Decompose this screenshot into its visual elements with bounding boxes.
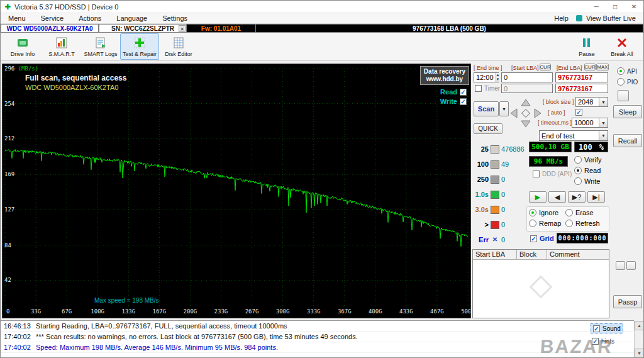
col-start-lba[interactable]: Start LBA	[473, 250, 517, 259]
end-lba-cur-button[interactable]: CUR	[584, 64, 596, 70]
block-size-select[interactable]: 2048 ▼	[575, 97, 608, 107]
end-lba-label: [End LBA]	[557, 65, 582, 71]
log-text: *** Scan results: no warnings, no errors…	[36, 333, 358, 340]
timer-checkbox[interactable]	[475, 85, 482, 92]
end-of-test-select[interactable]: End of test ▼	[539, 130, 608, 141]
histogram-label: >	[474, 221, 489, 228]
menu-item-settings[interactable]: Settings	[155, 13, 195, 23]
end-time-stepper[interactable]: 12:00 ▲▼	[474, 72, 499, 82]
sound-checkbox[interactable]	[593, 325, 600, 332]
legend-write-checkbox[interactable]	[460, 98, 467, 105]
pio-radio[interactable]	[617, 78, 625, 86]
recall-button[interactable]: Recall	[613, 134, 642, 147]
passp-button[interactable]: Passp	[613, 295, 642, 308]
menu-item-service[interactable]: Service	[33, 13, 72, 23]
refresh-radio[interactable]	[565, 220, 573, 227]
sound-option[interactable]: Sound	[591, 323, 623, 333]
sleep-button[interactable]: Sleep	[613, 105, 642, 118]
mode-read-option[interactable]: Read	[574, 167, 601, 174]
minimize-icon[interactable]: ─	[587, 1, 606, 13]
auto-checkbox[interactable]	[575, 109, 582, 116]
action-remap-option[interactable]: Remap	[529, 220, 561, 227]
end-lba-max-button[interactable]: MAX	[596, 64, 609, 70]
menu-item-actions[interactable]: Actions	[71, 13, 109, 23]
log-scrollbar[interactable]: ▲ ▼	[634, 321, 644, 358]
toolbar-smart-logs-button[interactable]: SMART Logs	[81, 33, 120, 60]
write-label: Write	[584, 177, 600, 185]
end-lba-input[interactable]: 976773167	[555, 72, 608, 82]
strip-square-button[interactable]	[618, 90, 629, 101]
promo-line2: www.hdd.by	[424, 76, 465, 83]
toolbar-label: S.M.A.R.T	[48, 51, 75, 57]
start-lba-input[interactable]: 0	[501, 72, 553, 82]
log-time: 16:46:13	[1, 322, 36, 330]
percent-value: 100	[579, 143, 592, 152]
x-tick-label: 333G	[307, 308, 321, 315]
scroll-up-icon[interactable]: ▲	[635, 321, 644, 330]
maximize-icon[interactable]: □	[606, 1, 625, 13]
smart-logs-icon	[94, 36, 108, 50]
menu-item-view-buffer-live[interactable]: View Buffer Live	[585, 14, 643, 22]
scan-button[interactable]: Scan	[474, 101, 499, 116]
mini-button-1[interactable]	[616, 261, 625, 270]
hints-checkbox[interactable]	[592, 338, 599, 345]
write-radio[interactable]	[574, 177, 582, 185]
read-radio[interactable]	[574, 167, 582, 174]
ddd-api-option[interactable]: DDD (API)	[533, 171, 572, 177]
graph-subtitle: WDC WD5000AZLX-60K2TA0	[25, 84, 118, 91]
toolbar-disk-editor-button[interactable]: Disk Editor	[159, 33, 198, 60]
action-erase-option[interactable]: Erase	[565, 209, 594, 216]
action-ignore-option[interactable]: Ignore	[529, 209, 558, 216]
table-watermark	[530, 276, 553, 299]
col-comment[interactable]: Comment	[547, 250, 609, 259]
grid-checkbox[interactable]	[530, 235, 537, 242]
api-option[interactable]: API	[617, 67, 637, 75]
pause-button[interactable]: Pause	[569, 33, 604, 60]
skip-end-button[interactable]: ▶|	[587, 191, 605, 203]
histogram-row->: >0	[474, 217, 528, 232]
menu-item-help[interactable]: Help	[547, 14, 576, 22]
quick-button[interactable]: QUICK	[474, 123, 502, 134]
pio-option[interactable]: PIO	[617, 78, 638, 86]
end-time-value: 12:00	[474, 73, 496, 82]
erase-radio[interactable]	[565, 209, 573, 216]
scan-dropdown-icon[interactable]: ▼	[499, 101, 509, 116]
titlebar: ✚ Victoria 5.37 HDD/SSD | Device 0 ─ □ ✕	[1, 1, 643, 13]
drive-serial[interactable]: SN: WCC6Z2SLZPTR ✕	[99, 24, 187, 33]
start-lba-cur-button[interactable]: CUR	[540, 64, 551, 70]
remap-radio[interactable]	[529, 220, 536, 227]
legend-read-checkbox[interactable]	[460, 89, 467, 96]
hints-option[interactable]: hints	[592, 336, 614, 346]
break-all-button[interactable]: Break All	[604, 33, 640, 60]
grid-option[interactable]: Grid	[530, 235, 554, 242]
end-time-spin-arrows[interactable]: ▲▼	[496, 73, 500, 82]
scroll-down-icon[interactable]: ▼	[635, 349, 644, 358]
serial-close-icon[interactable]: ✕	[179, 25, 186, 32]
timeout-select[interactable]: 10000 ▼	[572, 118, 608, 128]
timer-label: Timer	[484, 85, 500, 92]
mode-write-option[interactable]: Write	[574, 177, 600, 185]
mode-verify-option[interactable]: Verify	[574, 156, 602, 164]
menu-item-menu[interactable]: Menu	[1, 13, 33, 23]
mini-button-2[interactable]	[626, 261, 636, 270]
menu-item-language[interactable]: Language	[109, 13, 155, 23]
legend-read-label: Read	[440, 88, 457, 96]
log-panel: 16:46:13 Starting Reading, LBA=0..976773…	[1, 320, 634, 358]
ignore-radio[interactable]	[529, 209, 536, 216]
drive-model[interactable]: WDC WD5000AZLX-60K2TA0	[1, 24, 99, 33]
rewind-button[interactable]: ◀	[548, 191, 566, 203]
toolbar-test-repair-button[interactable]: Test & Repair	[120, 33, 159, 60]
toolbar-smart-button[interactable]: S.M.A.R.T	[42, 33, 81, 60]
log-text: Starting Reading, LBA=0..976773167, FULL…	[36, 322, 287, 330]
col-block[interactable]: Block	[517, 250, 547, 259]
drive-info-icon	[16, 36, 30, 50]
verify-radio[interactable]	[574, 156, 582, 164]
toolbar-drive-info-button[interactable]: Drive Info	[3, 33, 42, 60]
action-refresh-option[interactable]: Refresh	[565, 220, 600, 227]
ddd-api-checkbox[interactable]	[533, 171, 540, 177]
play-button[interactable]: ▶	[529, 191, 547, 203]
close-icon[interactable]: ✕	[625, 1, 643, 13]
api-radio[interactable]	[617, 67, 625, 75]
seek-error-button[interactable]: ▶?	[568, 191, 586, 203]
window-controls: ─ □ ✕	[587, 1, 643, 13]
